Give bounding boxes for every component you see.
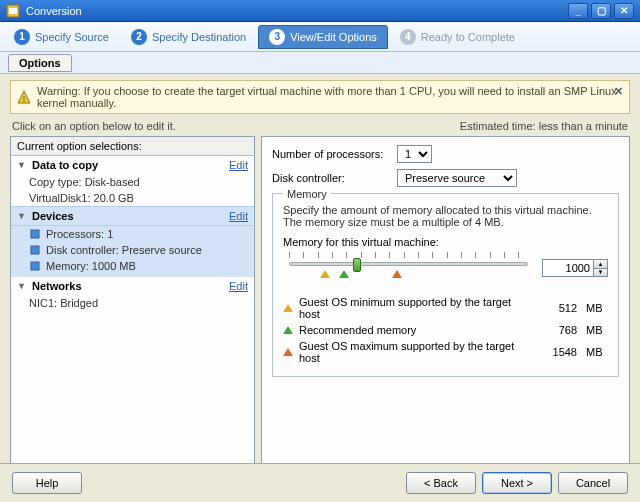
step-number: 3 [269, 29, 285, 45]
mem-row-recommended: Recommended memory 768 MB [283, 322, 608, 338]
step-number: 2 [131, 29, 147, 45]
memory-spinner: ▲ ▼ [542, 259, 608, 277]
main-area: Current option selections: ▼ Data to cop… [0, 136, 640, 476]
memory-slider-row: ▲ ▼ [283, 252, 608, 284]
cancel-button[interactable]: Cancel [558, 472, 628, 494]
row-processors: Number of processors: 1 [272, 145, 619, 163]
spin-buttons: ▲ ▼ [594, 259, 608, 277]
group-data-to-copy[interactable]: ▼ Data to copy Edit Copy type: Disk-base… [11, 156, 254, 206]
svg-rect-6 [31, 262, 39, 270]
tab-options[interactable]: Options [8, 54, 72, 72]
next-button[interactable]: Next > [482, 472, 552, 494]
wizard-nav: 1 Specify Source 2 Specify Destination 3… [0, 22, 640, 52]
bullet-icon [29, 260, 41, 272]
warning-close-icon[interactable]: ✕ [611, 84, 625, 98]
subnav: Options [0, 52, 640, 74]
estimated-time: Estimated time: less than a minute [460, 120, 628, 132]
back-button[interactable]: < Back [406, 472, 476, 494]
item-disk-controller: Disk controller: Preserve source [11, 242, 254, 258]
edit-link[interactable]: Edit [229, 280, 248, 292]
mem-row-min: Guest OS minimum supported by the target… [283, 294, 608, 322]
close-button[interactable]: ✕ [614, 3, 634, 19]
infobar-hint: Click on an option below to edit it. [12, 120, 176, 132]
window-title: Conversion [26, 5, 565, 17]
group-networks[interactable]: ▼ Networks Edit NIC1: Bridged [11, 277, 254, 311]
memory-breakdown: Guest OS minimum supported by the target… [283, 294, 608, 366]
item-copy-type: Copy type: Disk-based [11, 174, 254, 190]
options-tree-header: Current option selections: [11, 137, 254, 156]
label-disk-controller: Disk controller: [272, 172, 397, 184]
options-tree: Current option selections: ▼ Data to cop… [10, 136, 255, 476]
wizard-step-specify-destination[interactable]: 2 Specify Destination [121, 26, 256, 48]
item-processors: Processors: 1 [11, 226, 254, 242]
memory-slider-label: Memory for this virtual machine: [283, 236, 608, 248]
wizard-step-view-edit-options[interactable]: 3 View/Edit Options [258, 25, 388, 49]
svg-rect-4 [31, 230, 39, 238]
step-label: View/Edit Options [290, 31, 377, 43]
twisty-down-icon[interactable]: ▼ [17, 211, 27, 221]
select-disk-controller[interactable]: Preserve source [397, 169, 517, 187]
bullet-icon [29, 228, 41, 240]
edit-link[interactable]: Edit [229, 210, 248, 222]
memory-description: Specify the amount of memory allocated t… [283, 204, 608, 228]
warning-bar: ! Warning: If you choose to create the t… [10, 80, 630, 114]
step-number: 1 [14, 29, 30, 45]
memory-input[interactable] [542, 259, 594, 277]
maximize-button[interactable]: ▢ [591, 3, 611, 19]
label-num-processors: Number of processors: [272, 148, 397, 160]
footer: Help < Back Next > Cancel [0, 463, 640, 502]
minimize-button[interactable]: _ [568, 3, 588, 19]
group-devices[interactable]: ▼ Devices Edit Processors: 1 Disk contro… [11, 206, 254, 277]
triangle-yellow-icon [283, 304, 293, 312]
infobar: Click on an option below to edit it. Est… [0, 118, 640, 136]
spin-up-icon[interactable]: ▲ [594, 260, 607, 269]
memory-legend: Memory [283, 188, 331, 200]
spin-down-icon[interactable]: ▼ [594, 269, 607, 277]
twisty-down-icon[interactable]: ▼ [17, 160, 27, 170]
row-disk-controller: Disk controller: Preserve source [272, 169, 619, 187]
app-icon [6, 4, 20, 18]
marker-min-icon [320, 270, 330, 278]
step-number: 4 [400, 29, 416, 45]
group-title: Data to copy [32, 159, 224, 171]
svg-text:!: ! [23, 94, 26, 104]
titlebar: Conversion _ ▢ ✕ [0, 0, 640, 22]
wizard-step-ready-to-complete: 4 Ready to Complete [390, 26, 525, 48]
step-label: Specify Destination [152, 31, 246, 43]
group-title: Devices [32, 210, 224, 222]
warning-icon: ! [17, 90, 31, 104]
triangle-green-icon [283, 326, 293, 334]
svg-rect-5 [31, 246, 39, 254]
item-nic1: NIC1: Bridged [11, 295, 254, 311]
detail-pane: Number of processors: 1 Disk controller:… [261, 136, 630, 476]
mem-row-max: Guest OS maximum supported by the target… [283, 338, 608, 366]
twisty-down-icon[interactable]: ▼ [17, 281, 27, 291]
triangle-orange-icon [283, 348, 293, 356]
bullet-icon [29, 244, 41, 256]
svg-rect-1 [9, 8, 17, 14]
item-memory: Memory: 1000 MB [11, 258, 254, 274]
select-num-processors[interactable]: 1 [397, 145, 432, 163]
step-label: Ready to Complete [421, 31, 515, 43]
item-virtualdisk1: VirtualDisk1: 20.0 GB [11, 190, 254, 206]
marker-max-icon [392, 270, 402, 278]
edit-link[interactable]: Edit [229, 159, 248, 171]
marker-recommended-icon [339, 270, 349, 278]
help-button[interactable]: Help [12, 472, 82, 494]
memory-group: Memory Specify the amount of memory allo… [272, 193, 619, 377]
warning-text: Warning: If you choose to create the tar… [37, 85, 623, 109]
memory-slider[interactable] [283, 252, 534, 284]
group-title: Networks [32, 280, 224, 292]
wizard-step-specify-source[interactable]: 1 Specify Source [4, 26, 119, 48]
step-label: Specify Source [35, 31, 109, 43]
